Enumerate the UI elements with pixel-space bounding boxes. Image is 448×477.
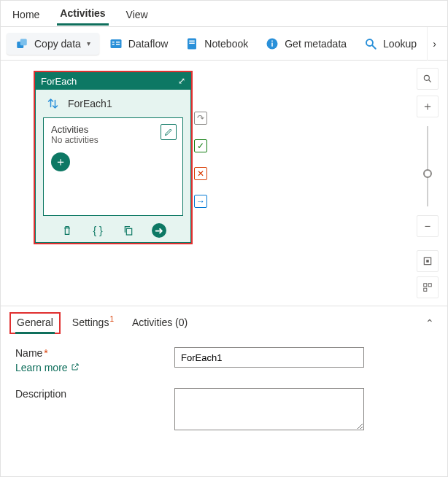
get-metadata-label: Get metadata [285, 38, 347, 50]
dataflow-icon [109, 37, 123, 50]
collapse-panel-button[interactable]: ⌃ [425, 317, 434, 329]
node-action-bar: { } ➜ [43, 220, 183, 239]
svg-line-14 [372, 45, 376, 49]
code-button[interactable]: { } [90, 223, 105, 238]
details-body: Name* Learn more Description [1, 334, 447, 476]
node-output-handles: ↷ ✓ ✕ → [194, 112, 207, 208]
lookup-label: Lookup [383, 38, 417, 50]
settings-badge: 1 [109, 315, 114, 323]
add-activity-button[interactable]: ＋ [51, 152, 70, 171]
info-icon [266, 37, 279, 50]
dataflow-button[interactable]: Dataflow [102, 33, 175, 55]
canvas-tools-rail: ＋ － [415, 68, 440, 237]
notebook-button[interactable]: Notebook [178, 33, 255, 55]
pipeline-canvas[interactable]: ForEach ⤢ ForEach1 Activities No activit… [1, 61, 447, 306]
zoom-slider-thumb[interactable] [423, 169, 432, 178]
copy-data-icon [15, 37, 28, 50]
tab-general[interactable]: General [9, 312, 61, 334]
node-header[interactable]: ForEach ⤢ [35, 72, 191, 90]
svg-rect-15 [126, 228, 131, 235]
handle-skip[interactable]: → [194, 195, 207, 208]
description-input[interactable] [174, 388, 364, 430]
foreach-node[interactable]: ForEach ⤢ ForEach1 Activities No activit… [35, 72, 191, 243]
no-activities-label: No activities [51, 135, 175, 145]
notebook-label: Notebook [204, 38, 248, 50]
handle-success[interactable]: ✓ [194, 139, 207, 152]
fit-to-screen-button[interactable] [417, 250, 439, 272]
svg-rect-19 [426, 260, 429, 263]
svg-rect-4 [112, 44, 115, 45]
name-label-group: Name* Learn more [15, 347, 161, 373]
dataflow-label: Dataflow [128, 38, 168, 50]
svg-rect-12 [271, 40, 273, 42]
top-nav: Home Activities View [1, 1, 447, 27]
description-label: Description [15, 388, 161, 400]
chevron-down-icon: ▾ [87, 39, 90, 47]
required-star: * [44, 347, 47, 359]
details-tabs: General Settings1 Activities (0) ⌃ [1, 306, 447, 334]
foreach-node-selection: ForEach ⤢ ForEach1 Activities No activit… [34, 71, 193, 244]
search-icon [364, 37, 377, 50]
svg-rect-11 [271, 42, 273, 46]
svg-line-17 [429, 80, 431, 82]
delete-button[interactable] [60, 223, 74, 238]
minimap-button[interactable] [417, 276, 439, 298]
node-type-label: ForEach [41, 76, 77, 87]
svg-rect-22 [424, 288, 427, 291]
svg-rect-5 [116, 42, 120, 43]
notebook-icon [185, 37, 198, 50]
activities-toolbar: Copy data ▾ Dataflow Notebook Get metada… [1, 27, 447, 61]
canvas-tools-bottom [415, 250, 440, 298]
svg-rect-8 [190, 40, 196, 42]
details-panel: General Settings1 Activities (0) ⌃ Name*… [1, 306, 447, 476]
edit-activities-button[interactable] [161, 124, 177, 140]
tab-settings-label: Settings [72, 317, 109, 328]
nav-tab-view[interactable]: View [123, 3, 151, 25]
tab-activities[interactable]: Activities (0) [125, 312, 195, 334]
open-button[interactable]: ➜ [152, 223, 166, 238]
node-name-label: ForEach1 [68, 98, 112, 109]
tab-settings[interactable]: Settings1 [65, 312, 120, 334]
handle-failure[interactable]: ✕ [194, 167, 207, 180]
nav-tab-home[interactable]: Home [9, 3, 42, 25]
learn-more-link[interactable]: Learn more [15, 359, 80, 373]
activities-label: Activities [51, 124, 175, 135]
svg-point-16 [424, 75, 429, 80]
chevron-right-icon: › [433, 38, 436, 50]
zoom-slider-track[interactable] [427, 126, 428, 206]
nav-tab-activities[interactable]: Activities [57, 1, 108, 26]
get-metadata-button[interactable]: Get metadata [258, 33, 354, 55]
svg-rect-9 [190, 42, 196, 44]
external-link-icon [71, 362, 80, 373]
handle-completion[interactable]: ↷ [194, 112, 207, 125]
toolbar-more-button[interactable]: › [427, 27, 441, 61]
svg-rect-3 [112, 42, 115, 43]
foreach-icon [47, 97, 61, 110]
name-input[interactable] [174, 347, 364, 368]
zoom-in-button[interactable]: ＋ [417, 96, 439, 117]
lookup-button[interactable]: Lookup [357, 33, 424, 55]
expand-icon[interactable]: ⤢ [178, 76, 185, 86]
clone-button[interactable] [121, 223, 136, 238]
svg-rect-1 [20, 39, 27, 45]
canvas-search-button[interactable] [417, 68, 439, 90]
svg-rect-21 [428, 284, 431, 287]
copy-data-label: Copy data [34, 38, 81, 50]
svg-rect-6 [116, 44, 120, 45]
activities-container[interactable]: Activities No activities ＋ [43, 117, 183, 216]
copy-data-button[interactable]: Copy data ▾ [7, 33, 99, 55]
svg-rect-20 [424, 284, 427, 287]
name-label: Name [15, 347, 42, 359]
zoom-out-button[interactable]: － [417, 215, 439, 237]
